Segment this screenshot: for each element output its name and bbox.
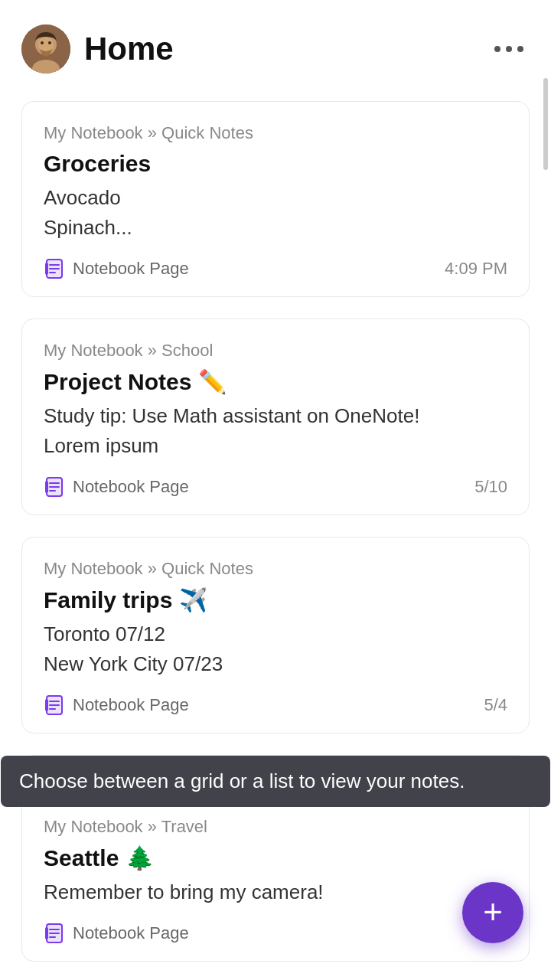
- note-breadcrumb-project-notes: My Notebook » School: [44, 341, 507, 361]
- note-footer-groceries: Notebook Page4:09 PM: [44, 258, 507, 279]
- more-options-button[interactable]: [488, 40, 530, 58]
- note-type-seattle: Notebook Page: [44, 923, 189, 944]
- add-button[interactable]: +: [462, 882, 523, 943]
- note-body-seattle: Remember to bring my camera!: [44, 877, 507, 907]
- note-breadcrumb-groceries: My Notebook » Quick Notes: [44, 123, 507, 143]
- note-body-project-notes: Study tip: Use Math assistant on OneNote…: [44, 401, 507, 461]
- note-type-label-groceries: Notebook Page: [73, 259, 189, 279]
- note-type-label-family-trips: Notebook Page: [73, 695, 189, 715]
- scrollbar-track[interactable]: [543, 0, 548, 980]
- note-footer-project-notes: Notebook Page5/10: [44, 476, 507, 498]
- notebook-page-icon: [44, 694, 65, 716]
- svg-rect-23: [45, 699, 48, 711]
- notebook-page-icon: [44, 258, 65, 279]
- note-title-project-notes: Project Notes ✏️: [44, 368, 507, 395]
- more-dot-1: [494, 46, 500, 52]
- header-left: Home: [21, 24, 174, 74]
- note-meta-project-notes: 5/10: [474, 477, 507, 497]
- note-title-seattle: Seattle 🌲: [44, 844, 507, 871]
- note-meta-family-trips: 5/4: [484, 695, 507, 715]
- note-card-project-notes[interactable]: My Notebook » SchoolProject Notes ✏️Stud…: [21, 318, 530, 515]
- note-type-groceries: Notebook Page: [44, 258, 189, 279]
- notebook-page-icon: [44, 923, 65, 944]
- svg-rect-11: [45, 263, 48, 275]
- note-meta-groceries: 4:09 PM: [445, 259, 507, 279]
- note-type-family-trips: Notebook Page: [44, 694, 189, 716]
- svg-rect-29: [45, 927, 48, 939]
- note-type-label-project-notes: Notebook Page: [73, 477, 189, 497]
- more-dot-3: [517, 46, 523, 52]
- svg-point-5: [48, 41, 51, 44]
- page-title: Home: [84, 31, 174, 67]
- note-breadcrumb-family-trips: My Notebook » Quick Notes: [44, 559, 507, 579]
- notebook-page-icon: [44, 476, 65, 498]
- svg-rect-17: [45, 481, 48, 493]
- avatar[interactable]: [21, 24, 70, 74]
- note-breadcrumb-seattle: My Notebook » Travel: [44, 817, 507, 837]
- note-card-family-trips[interactable]: My Notebook » Quick NotesFamily trips ✈️…: [21, 537, 530, 733]
- tooltip-bar: Choose between a grid or a list to view …: [1, 756, 550, 807]
- note-footer-seattle: Notebook Page5/4: [44, 923, 507, 944]
- scrollbar-thumb[interactable]: [543, 78, 548, 170]
- cards-container: My Notebook » Quick NotesGroceriesAvocad…: [21, 101, 530, 980]
- note-body-groceries: AvocadoSpinach...: [44, 183, 507, 243]
- note-card-groceries[interactable]: My Notebook » Quick NotesGroceriesAvocad…: [21, 101, 530, 297]
- note-title-family-trips: Family trips ✈️: [44, 586, 507, 613]
- plus-icon: +: [483, 895, 503, 929]
- svg-point-4: [41, 41, 44, 44]
- note-footer-family-trips: Notebook Page5/4: [44, 694, 507, 716]
- note-type-project-notes: Notebook Page: [44, 476, 189, 498]
- header: Home: [0, 0, 551, 86]
- note-body-family-trips: Toronto 07/12New York City 07/23: [44, 619, 507, 679]
- note-card-seattle[interactable]: Choose between a grid or a list to view …: [21, 755, 530, 962]
- more-dot-2: [506, 46, 512, 52]
- main-content: My Notebook » Quick NotesGroceriesAvocad…: [0, 86, 551, 980]
- note-title-groceries: Groceries: [44, 151, 507, 177]
- note-type-label-seattle: Notebook Page: [73, 923, 189, 943]
